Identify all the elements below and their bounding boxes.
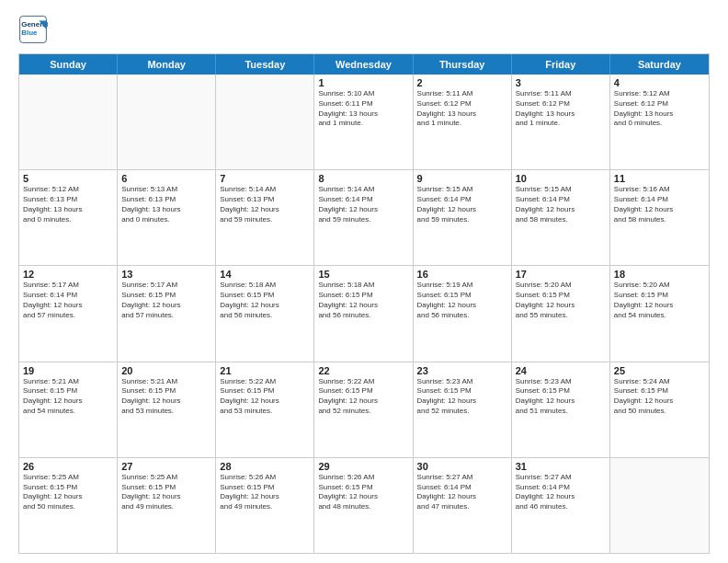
day-info: Sunrise: 5:18 AM Sunset: 6:15 PM Dayligh…	[220, 281, 310, 320]
day-info: Sunrise: 5:10 AM Sunset: 6:11 PM Dayligh…	[318, 89, 408, 129]
day-number: 25	[614, 365, 705, 376]
day-info: Sunrise: 5:17 AM Sunset: 6:14 PM Dayligh…	[23, 281, 113, 320]
calendar-day-13: 13Sunrise: 5:17 AM Sunset: 6:15 PM Dayli…	[118, 266, 216, 361]
calendar: SundayMondayTuesdayWednesdayThursdayFrid…	[18, 53, 710, 554]
day-number: 22	[318, 365, 408, 376]
day-number: 1	[318, 77, 408, 88]
day-number: 7	[220, 173, 310, 184]
day-number: 18	[614, 269, 705, 280]
day-info: Sunrise: 5:21 AM Sunset: 6:15 PM Dayligh…	[23, 377, 113, 417]
day-number: 30	[417, 461, 507, 472]
svg-text:Blue: Blue	[21, 29, 38, 37]
day-number: 8	[318, 173, 408, 184]
day-number: 10	[516, 173, 606, 184]
calendar-day-7: 7Sunrise: 5:14 AM Sunset: 6:13 PM Daylig…	[216, 170, 314, 265]
logo: General Blue	[18, 15, 51, 44]
day-number: 12	[23, 269, 113, 280]
calendar-day-30: 30Sunrise: 5:27 AM Sunset: 6:14 PM Dayli…	[414, 458, 512, 553]
day-info: Sunrise: 5:26 AM Sunset: 6:15 PM Dayligh…	[220, 473, 310, 512]
day-info: Sunrise: 5:12 AM Sunset: 6:12 PM Dayligh…	[614, 89, 705, 129]
calendar-day-4: 4Sunrise: 5:12 AM Sunset: 6:12 PM Daylig…	[610, 75, 709, 169]
day-info: Sunrise: 5:27 AM Sunset: 6:14 PM Dayligh…	[417, 473, 507, 512]
day-info: Sunrise: 5:19 AM Sunset: 6:15 PM Dayligh…	[417, 281, 507, 320]
day-number: 21	[220, 365, 310, 376]
calendar-day-18: 18Sunrise: 5:20 AM Sunset: 6:15 PM Dayli…	[610, 266, 709, 361]
calendar-week-2: 5Sunrise: 5:12 AM Sunset: 6:13 PM Daylig…	[19, 170, 709, 266]
day-info: Sunrise: 5:20 AM Sunset: 6:15 PM Dayligh…	[614, 281, 705, 320]
calendar-day-11: 11Sunrise: 5:16 AM Sunset: 6:14 PM Dayli…	[610, 170, 709, 265]
day-number: 6	[121, 173, 211, 184]
day-info: Sunrise: 5:18 AM Sunset: 6:15 PM Dayligh…	[318, 281, 408, 320]
calendar-day-empty	[610, 458, 709, 553]
calendar-day-15: 15Sunrise: 5:18 AM Sunset: 6:15 PM Dayli…	[314, 266, 413, 361]
day-number: 31	[516, 461, 606, 472]
day-info: Sunrise: 5:25 AM Sunset: 6:15 PM Dayligh…	[23, 473, 113, 512]
day-number: 24	[516, 365, 606, 376]
day-info: Sunrise: 5:23 AM Sunset: 6:15 PM Dayligh…	[417, 377, 507, 417]
day-number: 5	[23, 173, 113, 184]
day-number: 23	[417, 365, 507, 376]
calendar-day-empty	[216, 75, 314, 169]
day-info: Sunrise: 5:14 AM Sunset: 6:14 PM Dayligh…	[318, 185, 408, 224]
day-info: Sunrise: 5:16 AM Sunset: 6:14 PM Dayligh…	[614, 185, 705, 224]
day-info: Sunrise: 5:11 AM Sunset: 6:12 PM Dayligh…	[516, 89, 606, 129]
day-number: 11	[614, 173, 705, 184]
day-info: Sunrise: 5:13 AM Sunset: 6:13 PM Dayligh…	[121, 185, 211, 224]
logo-icon: General Blue	[18, 15, 48, 44]
day-number: 19	[23, 365, 113, 376]
calendar-day-14: 14Sunrise: 5:18 AM Sunset: 6:15 PM Dayli…	[216, 266, 314, 361]
calendar-day-28: 28Sunrise: 5:26 AM Sunset: 6:15 PM Dayli…	[216, 458, 314, 553]
calendar-week-4: 19Sunrise: 5:21 AM Sunset: 6:15 PM Dayli…	[19, 362, 709, 458]
calendar-day-20: 20Sunrise: 5:21 AM Sunset: 6:15 PM Dayli…	[118, 362, 216, 457]
day-info: Sunrise: 5:25 AM Sunset: 6:15 PM Dayligh…	[121, 473, 211, 512]
day-number: 27	[121, 461, 211, 472]
day-info: Sunrise: 5:23 AM Sunset: 6:15 PM Dayligh…	[516, 377, 606, 417]
calendar-day-1: 1Sunrise: 5:10 AM Sunset: 6:11 PM Daylig…	[314, 75, 413, 169]
day-info: Sunrise: 5:22 AM Sunset: 6:15 PM Dayligh…	[220, 377, 310, 417]
day-number: 16	[417, 269, 507, 280]
day-number: 9	[417, 173, 507, 184]
calendar-week-1: 1Sunrise: 5:10 AM Sunset: 6:11 PM Daylig…	[19, 75, 709, 170]
calendar-week-3: 12Sunrise: 5:17 AM Sunset: 6:14 PM Dayli…	[19, 266, 709, 362]
calendar-day-9: 9Sunrise: 5:15 AM Sunset: 6:14 PM Daylig…	[414, 170, 512, 265]
calendar-day-25: 25Sunrise: 5:24 AM Sunset: 6:15 PM Dayli…	[610, 362, 709, 457]
calendar-day-6: 6Sunrise: 5:13 AM Sunset: 6:13 PM Daylig…	[118, 170, 216, 265]
header-day-monday: Monday	[118, 54, 216, 75]
calendar-day-empty	[118, 75, 216, 169]
day-number: 2	[417, 77, 507, 88]
calendar-day-16: 16Sunrise: 5:19 AM Sunset: 6:15 PM Dayli…	[414, 266, 512, 361]
calendar-day-23: 23Sunrise: 5:23 AM Sunset: 6:15 PM Dayli…	[414, 362, 512, 457]
calendar-day-12: 12Sunrise: 5:17 AM Sunset: 6:14 PM Dayli…	[19, 266, 118, 361]
calendar-week-5: 26Sunrise: 5:25 AM Sunset: 6:15 PM Dayli…	[19, 458, 709, 553]
header-day-tuesday: Tuesday	[216, 54, 314, 75]
calendar-day-31: 31Sunrise: 5:27 AM Sunset: 6:14 PM Dayli…	[512, 458, 610, 553]
day-info: Sunrise: 5:15 AM Sunset: 6:14 PM Dayligh…	[516, 185, 606, 224]
day-info: Sunrise: 5:20 AM Sunset: 6:15 PM Dayligh…	[516, 281, 606, 320]
day-number: 17	[516, 269, 606, 280]
calendar-day-10: 10Sunrise: 5:15 AM Sunset: 6:14 PM Dayli…	[512, 170, 610, 265]
day-info: Sunrise: 5:21 AM Sunset: 6:15 PM Dayligh…	[121, 377, 211, 417]
day-number: 29	[318, 461, 408, 472]
page-header: General Blue	[18, 15, 710, 44]
day-number: 15	[318, 269, 408, 280]
header-day-wednesday: Wednesday	[314, 54, 413, 75]
day-number: 28	[220, 461, 310, 472]
calendar-day-21: 21Sunrise: 5:22 AM Sunset: 6:15 PM Dayli…	[216, 362, 314, 457]
day-info: Sunrise: 5:24 AM Sunset: 6:15 PM Dayligh…	[614, 377, 705, 417]
calendar-day-22: 22Sunrise: 5:22 AM Sunset: 6:15 PM Dayli…	[314, 362, 413, 457]
calendar-day-3: 3Sunrise: 5:11 AM Sunset: 6:12 PM Daylig…	[512, 75, 610, 169]
day-info: Sunrise: 5:11 AM Sunset: 6:12 PM Dayligh…	[417, 89, 507, 129]
day-number: 13	[121, 269, 211, 280]
calendar-day-24: 24Sunrise: 5:23 AM Sunset: 6:15 PM Dayli…	[512, 362, 610, 457]
day-info: Sunrise: 5:15 AM Sunset: 6:14 PM Dayligh…	[417, 185, 507, 224]
day-info: Sunrise: 5:12 AM Sunset: 6:13 PM Dayligh…	[23, 185, 113, 224]
calendar-day-5: 5Sunrise: 5:12 AM Sunset: 6:13 PM Daylig…	[19, 170, 118, 265]
calendar-day-29: 29Sunrise: 5:26 AM Sunset: 6:15 PM Dayli…	[314, 458, 413, 553]
day-number: 20	[121, 365, 211, 376]
day-number: 3	[516, 77, 606, 88]
day-info: Sunrise: 5:27 AM Sunset: 6:14 PM Dayligh…	[516, 473, 606, 512]
calendar-day-2: 2Sunrise: 5:11 AM Sunset: 6:12 PM Daylig…	[414, 75, 512, 169]
day-info: Sunrise: 5:14 AM Sunset: 6:13 PM Dayligh…	[220, 185, 310, 224]
day-info: Sunrise: 5:22 AM Sunset: 6:15 PM Dayligh…	[318, 377, 408, 417]
calendar-day-empty	[19, 75, 118, 169]
